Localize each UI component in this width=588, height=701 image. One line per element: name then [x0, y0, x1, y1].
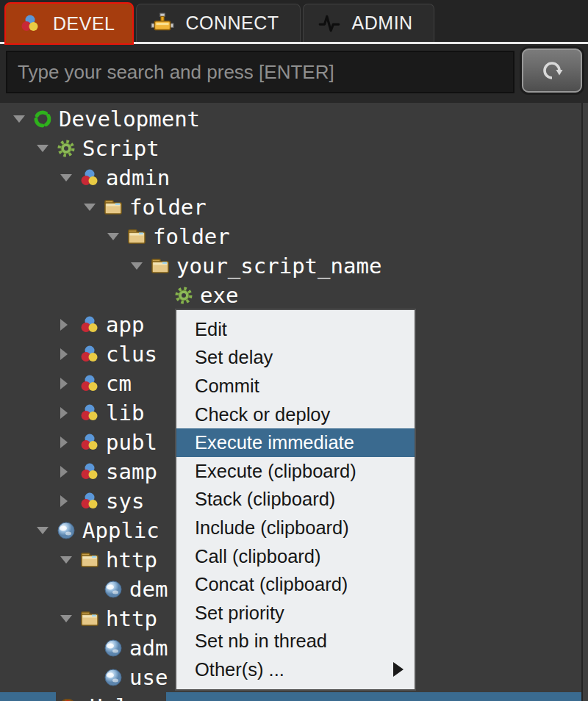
menu-item-label: Stack (clipboard)	[195, 489, 335, 510]
menu-item-label: Execute (clipboard)	[195, 461, 356, 482]
collapse-toggle-icon[interactable]	[131, 262, 150, 270]
collapse-toggle-icon[interactable]	[84, 204, 103, 211]
menu-item-label: Check or deploy	[195, 404, 330, 425]
collapse-toggle-icon[interactable]	[37, 145, 56, 152]
expand-toggle-icon[interactable]	[60, 466, 79, 478]
tab-connect-label: CONNECT	[185, 12, 279, 34]
menu-item-label: Other(s) ...	[195, 659, 284, 680]
expand-toggle-icon[interactable]	[60, 495, 79, 507]
expand-toggle-icon[interactable]	[60, 378, 79, 389]
selected-item-chip: Help	[56, 692, 166, 701]
components-icon	[79, 403, 100, 423]
tree-item-development[interactable]: Development	[0, 104, 588, 134]
tree-item-label: sys	[106, 486, 144, 516]
collapse-toggle-icon[interactable]	[60, 556, 79, 564]
menu-item-stack-clipboard[interactable]: Stack (clipboard)	[176, 486, 415, 514]
components-icon	[79, 491, 100, 511]
components-icon	[79, 461, 100, 482]
menu-item-execute-clipboard[interactable]: Execute (clipboard)	[176, 457, 415, 486]
tab-admin[interactable]: ADMIN	[303, 4, 434, 42]
folder-icon	[103, 197, 123, 218]
tree-item-label: app	[106, 310, 144, 339]
menu-item-label: Call (clipboard)	[195, 546, 320, 567]
tree-item-label: your_script_name	[176, 251, 381, 281]
menu-item-commit[interactable]: Commit	[176, 372, 415, 400]
tree-item-label: admin	[106, 163, 170, 193]
menu-item-label: Execute immediate	[195, 432, 354, 453]
collapse-toggle-icon[interactable]	[37, 527, 56, 534]
submenu-arrow-icon	[393, 662, 404, 677]
context-menu: EditSet delayCommitCheck or deployExecut…	[175, 309, 416, 691]
menu-item-set-nb-in-thread[interactable]: Set nb in thread	[176, 628, 415, 656]
gear-icon	[56, 138, 76, 159]
tree-item-label: publ	[106, 428, 157, 457]
menu-item-label: Commit	[195, 375, 259, 397]
tree-item-label: lib	[106, 398, 144, 428]
tree-item-label: http	[106, 604, 157, 633]
tree-item-admin[interactable]: admin	[0, 163, 588, 193]
refresh-icon	[539, 58, 564, 83]
tree-item-script[interactable]: Script	[0, 134, 588, 163]
tree-item-help[interactable]: Help	[0, 692, 588, 701]
tree-item-exe[interactable]: exe	[0, 281, 588, 310]
menu-item-label: Set nb in thread	[195, 630, 327, 652]
globe-icon	[103, 667, 123, 688]
tree-item-your-script-name[interactable]: your_script_name	[0, 251, 588, 281]
tree-item-label: samp	[106, 457, 157, 486]
tab-admin-label: ADMIN	[352, 12, 413, 34]
expand-toggle-icon[interactable]	[60, 407, 79, 419]
menu-item-other-s[interactable]: Other(s) ...	[176, 655, 415, 684]
gear-icon	[173, 285, 194, 306]
folder-icon	[150, 256, 171, 276]
pulse-icon	[317, 11, 342, 36]
tree-item-label: http	[106, 545, 157, 575]
tree-item-folder[interactable]: folder	[0, 222, 588, 251]
menu-item-check-or-deploy[interactable]: Check or deploy	[176, 400, 415, 429]
tree-item-label: adm	[129, 633, 168, 663]
menu-item-execute-immediate[interactable]: Execute immediate	[176, 428, 415, 457]
tree-item-label: clus	[106, 339, 157, 369]
menu-item-concat-clipboard[interactable]: Concat (clipboard)	[176, 570, 415, 599]
globe-icon	[103, 579, 123, 600]
globe-icon	[56, 520, 76, 541]
scrollbar-track[interactable]	[581, 103, 588, 701]
search-input[interactable]	[6, 51, 514, 93]
menu-item-label: Include (clipboard)	[195, 517, 349, 539]
tree-item-label: dem	[129, 575, 168, 604]
components-icon	[79, 432, 100, 453]
expand-toggle-icon[interactable]	[60, 319, 79, 331]
tab-bar: DEVEL CONNECT ADMIN	[0, 0, 588, 42]
tree-item-label: cm	[106, 369, 132, 398]
menu-item-set-priority[interactable]: Set priority	[176, 599, 415, 628]
menu-item-call-clipboard[interactable]: Call (clipboard)	[176, 542, 415, 571]
menu-item-label: Edit	[195, 319, 227, 340]
refresh-button[interactable]	[522, 48, 582, 93]
menu-item-include-clipboard[interactable]: Include (clipboard)	[176, 514, 415, 542]
components-icon	[18, 11, 43, 36]
menu-item-label: Set delay	[195, 347, 273, 368]
collapse-toggle-icon[interactable]	[60, 615, 79, 622]
tab-connect[interactable]: CONNECT	[136, 4, 300, 42]
tab-devel[interactable]: DEVEL	[4, 2, 134, 45]
components-icon	[79, 344, 100, 364]
folder-icon	[126, 226, 147, 247]
tree-item-label: Development	[59, 104, 200, 134]
menu-item-set-delay[interactable]: Set delay	[176, 344, 415, 373]
tree-item-folder[interactable]: folder	[0, 193, 588, 222]
expand-toggle-icon[interactable]	[60, 436, 79, 448]
menu-item-label: Concat (clipboard)	[195, 574, 348, 595]
menu-item-edit[interactable]: Edit	[176, 315, 415, 344]
components-icon	[79, 373, 100, 394]
tree-item-label: use	[129, 663, 168, 692]
tree-item-label: Applic	[82, 516, 159, 545]
tree-item-label: exe	[200, 281, 238, 310]
tree-item-label: Help	[90, 692, 141, 701]
tree-item-label: Script	[82, 134, 159, 163]
collapse-toggle-icon[interactable]	[13, 115, 32, 123]
search-bar	[0, 44, 588, 103]
collapse-toggle-icon[interactable]	[60, 174, 79, 181]
collapse-toggle-icon[interactable]	[107, 233, 126, 240]
lifering-icon	[57, 697, 78, 701]
tab-devel-label: DEVEL	[53, 13, 115, 35]
expand-toggle-icon[interactable]	[60, 348, 79, 360]
